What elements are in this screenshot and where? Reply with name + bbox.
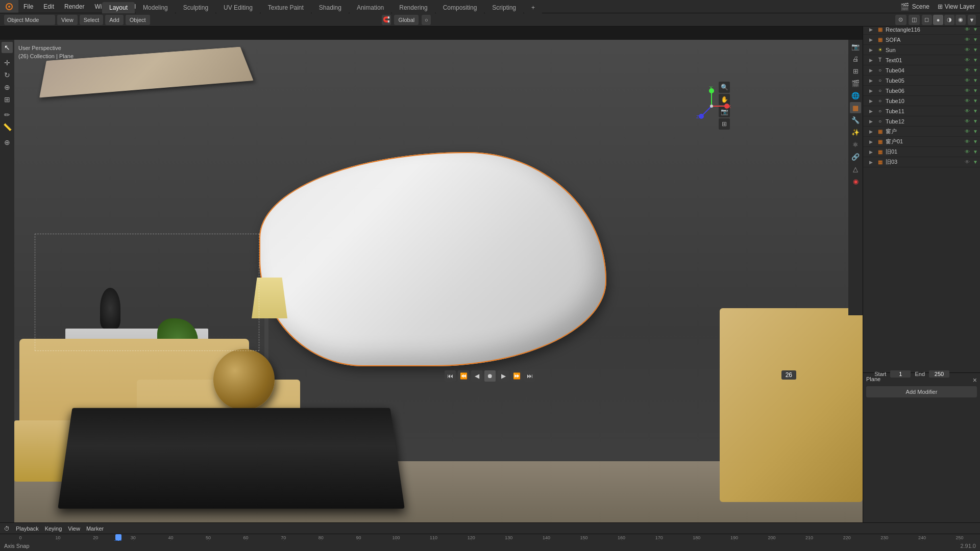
tab-uv-editing[interactable]: UV Editing bbox=[216, 2, 260, 13]
tab-modeling[interactable]: Modeling bbox=[136, 2, 175, 13]
outliner-item[interactable]: ▶TText01👁▼ bbox=[863, 55, 980, 65]
tool-scale[interactable]: ⊕ bbox=[2, 82, 13, 93]
visibility-toggle[interactable]: 👁 bbox=[965, 118, 970, 124]
expand-arrow[interactable]: ▶ bbox=[869, 47, 875, 53]
prop-world[interactable]: 🌐 bbox=[850, 90, 861, 101]
render-toggle[interactable]: ▼ bbox=[973, 78, 978, 83]
add-modifier-button[interactable]: Add Modifier bbox=[866, 386, 977, 397]
tab-sculpting[interactable]: Sculpting bbox=[176, 2, 215, 13]
prop-render[interactable]: 📷 bbox=[850, 41, 861, 52]
tool-annotate[interactable]: ✏ bbox=[2, 109, 13, 120]
menu-edit[interactable]: Edit bbox=[38, 0, 59, 13]
visibility-toggle[interactable]: 👁 bbox=[965, 149, 970, 155]
prop-data[interactable]: △ bbox=[850, 163, 861, 174]
expand-arrow[interactable]: ▶ bbox=[869, 119, 875, 124]
prop-scene[interactable]: 🎬 bbox=[850, 78, 861, 89]
viewport-3d[interactable]: User Perspective (26) Collection | Plane… bbox=[14, 40, 863, 522]
expand-arrow[interactable]: ▶ bbox=[869, 160, 875, 165]
render-toggle[interactable]: ▼ bbox=[973, 37, 978, 42]
transform-space[interactable]: Global bbox=[394, 15, 419, 25]
jump-start-btn[interactable]: ⏮ bbox=[445, 370, 456, 382]
render-toggle[interactable]: ▼ bbox=[973, 129, 978, 134]
tab-compositing[interactable]: Compositing bbox=[436, 2, 484, 13]
tab-scripting[interactable]: Scripting bbox=[485, 2, 523, 13]
view-menu[interactable]: View bbox=[57, 15, 78, 25]
outliner-item[interactable]: ▶☀Sun👁▼ bbox=[863, 45, 980, 55]
proportional-edit[interactable]: ○ bbox=[422, 15, 431, 25]
visibility-toggle[interactable]: 👁 bbox=[965, 37, 970, 42]
prop-physics[interactable]: ⚛ bbox=[850, 139, 861, 150]
tab-animation[interactable]: Animation bbox=[350, 2, 391, 13]
jump-end-btn[interactable]: ⏭ bbox=[524, 370, 535, 382]
expand-arrow[interactable]: ▶ bbox=[869, 98, 875, 104]
shading-material[interactable]: ◑ bbox=[944, 15, 954, 25]
render-toggle[interactable]: ▼ bbox=[973, 88, 978, 93]
expand-arrow[interactable]: ▶ bbox=[869, 149, 875, 155]
render-toggle[interactable]: ▼ bbox=[973, 139, 978, 144]
expand-arrow[interactable]: ▶ bbox=[869, 129, 875, 134]
render-toggle[interactable]: ▼ bbox=[973, 67, 978, 73]
outliner-item[interactable]: ▶○Tube10👁▼ bbox=[863, 96, 980, 106]
visibility-toggle[interactable]: 👁 bbox=[965, 108, 970, 114]
shading-solid[interactable]: ● bbox=[933, 15, 943, 25]
expand-arrow[interactable]: ▶ bbox=[869, 139, 875, 144]
frame-counter[interactable]: 26 bbox=[781, 370, 796, 380]
prop-particles[interactable]: ✨ bbox=[850, 127, 861, 138]
shading-rendered[interactable]: ◉ bbox=[955, 15, 966, 25]
expand-arrow[interactable]: ▶ bbox=[869, 37, 875, 42]
expand-arrow[interactable]: ▶ bbox=[869, 78, 875, 83]
outliner-item[interactable]: ▶▦旧01👁▼ bbox=[863, 147, 980, 157]
outliner-item[interactable]: ▶○Tube04👁▼ bbox=[863, 65, 980, 76]
scene-name[interactable]: Scene bbox=[912, 3, 929, 10]
view-timeline-label[interactable]: View bbox=[68, 525, 80, 532]
visibility-toggle[interactable]: 👁 bbox=[965, 98, 970, 104]
visibility-toggle[interactable]: 👁 bbox=[965, 159, 970, 165]
close-properties-btn[interactable]: × bbox=[973, 376, 977, 384]
tab-texture-paint[interactable]: Texture Paint bbox=[261, 2, 311, 13]
end-frame-input[interactable] bbox=[929, 370, 949, 378]
visibility-toggle[interactable]: 👁 bbox=[965, 129, 970, 134]
object-mode-dropdown[interactable]: Object Mode bbox=[4, 15, 55, 25]
tab-rendering[interactable]: Rendering bbox=[392, 2, 434, 13]
render-toggle[interactable]: ▼ bbox=[973, 159, 978, 165]
outliner-item[interactable]: ▶▦窗户01👁▼ bbox=[863, 137, 980, 147]
menu-file[interactable]: File bbox=[18, 0, 38, 13]
visibility-toggle[interactable]: 👁 bbox=[965, 47, 970, 53]
viewport-shading-options[interactable]: ▼ bbox=[968, 15, 976, 25]
expand-arrow[interactable]: ▶ bbox=[869, 88, 875, 93]
tool-cursor[interactable]: ⊕ bbox=[2, 137, 13, 148]
render-toggle[interactable]: ▼ bbox=[973, 98, 978, 104]
visibility-toggle[interactable]: 👁 bbox=[965, 67, 970, 73]
visibility-toggle[interactable]: 👁 bbox=[965, 78, 970, 83]
prev-frame-btn[interactable]: ⏪ bbox=[458, 370, 469, 382]
xray-toggle[interactable]: ◫ bbox=[909, 15, 920, 25]
stop-record-btn[interactable]: ⏺ bbox=[484, 370, 496, 382]
next-frame-btn[interactable]: ⏩ bbox=[511, 370, 522, 382]
prop-object[interactable]: ▦ bbox=[850, 102, 861, 113]
expand-arrow[interactable]: ▶ bbox=[869, 68, 875, 73]
outliner-item[interactable]: ▶○Tube12👁▼ bbox=[863, 116, 980, 127]
expand-arrow[interactable]: ▶ bbox=[869, 109, 875, 114]
expand-arrow[interactable]: ▶ bbox=[869, 27, 875, 32]
visibility-toggle[interactable]: 👁 bbox=[965, 88, 970, 93]
prop-view-layer[interactable]: ⊞ bbox=[850, 65, 861, 77]
tool-select[interactable]: ↖ bbox=[2, 42, 13, 53]
render-toggle[interactable]: ▼ bbox=[973, 57, 978, 63]
tab-add-workspace[interactable]: + bbox=[524, 2, 542, 13]
object-menu[interactable]: Object bbox=[126, 15, 150, 25]
render-toggle[interactable]: ▼ bbox=[973, 47, 978, 53]
snap-toggle[interactable]: 🧲 bbox=[382, 15, 391, 25]
menu-render[interactable]: Render bbox=[59, 0, 89, 13]
shading-wireframe[interactable]: ◻ bbox=[922, 15, 932, 25]
keying-label[interactable]: Keying bbox=[45, 525, 62, 532]
menu-blender[interactable] bbox=[0, 0, 18, 13]
marker-label[interactable]: Marker bbox=[86, 525, 104, 532]
tool-move[interactable]: ✛ bbox=[2, 57, 13, 68]
tool-rotate[interactable]: ↻ bbox=[2, 69, 13, 81]
outliner-item[interactable]: ▶○Tube05👁▼ bbox=[863, 76, 980, 86]
outliner-item[interactable]: ▶○Tube06👁▼ bbox=[863, 86, 980, 96]
prop-modifiers[interactable]: 🔧 bbox=[850, 114, 861, 126]
expand-arrow[interactable]: ▶ bbox=[869, 58, 875, 63]
visibility-toggle[interactable]: 👁 bbox=[965, 139, 970, 144]
outliner-item[interactable]: ▶▦SOFA👁▼ bbox=[863, 35, 980, 45]
